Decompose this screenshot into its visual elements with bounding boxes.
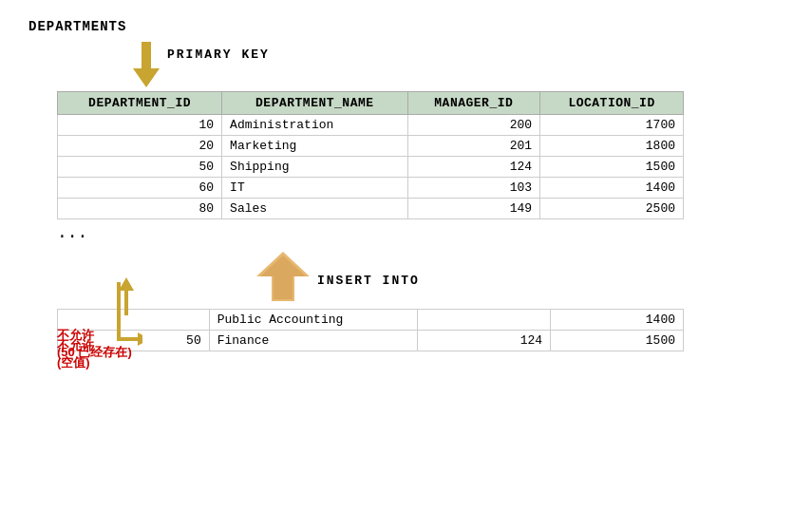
col-header-dept-name: DEPARTMENT_NAME: [222, 92, 407, 115]
table-row: 20 Marketing 201 1800: [58, 136, 684, 157]
insert-table: Public Accounting 1400 50 Finance 124 15…: [57, 309, 684, 351]
dept-name-cell: Administration: [222, 115, 407, 136]
dept-name-cell: Marketing: [222, 136, 407, 157]
location-id-cell: 1500: [540, 157, 684, 178]
dept-name-cell: Shipping: [222, 157, 407, 178]
table-row: 60 IT 103 1400: [58, 178, 684, 199]
svg-marker-4: [260, 256, 306, 299]
dept-id-cell: 10: [58, 115, 222, 136]
departments-title: DEPARTMENTS: [28, 19, 784, 34]
location-id-cell: 1700: [540, 115, 684, 136]
dept-id-cell: 80: [58, 199, 222, 219]
insert-location-id-cell: 1400: [551, 310, 684, 331]
dept-name-cell: IT: [222, 178, 407, 199]
insert-exists-arrow-icon: [117, 277, 136, 315]
location-id-cell: 1400: [540, 178, 684, 199]
ellipsis: ...: [57, 223, 784, 242]
table-row: 10 Administration 200 1700: [58, 115, 684, 136]
svg-marker-7: [119, 277, 134, 291]
location-id-cell: 1800: [540, 136, 684, 157]
insert-into-label: INSERT INTO: [317, 274, 420, 288]
insert-table-row: Public Accounting 1400: [58, 310, 684, 331]
pk-arrow-icon: [133, 42, 160, 87]
col-header-dept-id: DEPARTMENT_ID: [58, 92, 222, 115]
manager-id-cell: 103: [407, 178, 540, 199]
location-id-cell: 2500: [540, 199, 684, 219]
svg-marker-5: [138, 332, 142, 346]
col-header-manager-id: MANAGER_ID: [407, 92, 540, 115]
insert-arrow-icon: [256, 252, 310, 301]
manager-id-cell: 201: [407, 136, 540, 157]
insert-location-id-cell: 1500: [551, 331, 684, 351]
table-row: 50 Shipping 124 1500: [58, 157, 684, 178]
col-header-location-id: LOCATION_ID: [540, 92, 684, 115]
insert-manager-id-cell: 124: [418, 331, 551, 351]
annotation-not-allowed-exists: 不允许 (50 已经存在): [57, 327, 132, 361]
manager-id-cell: 124: [407, 157, 540, 178]
top-section: DEPARTMENTS PRIMARY KEY DEPARTMENT_ID DE…: [28, 19, 784, 242]
dept-name-cell: Sales: [222, 199, 407, 219]
pk-label: PRIMARY KEY: [167, 47, 270, 62]
table-row: 80 Sales 149 2500: [58, 199, 684, 219]
svg-marker-1: [133, 68, 160, 87]
insert-dept-name-cell: Finance: [209, 331, 418, 351]
dept-id-cell: 20: [58, 136, 222, 157]
svg-rect-0: [142, 42, 151, 68]
bottom-section: INSERT INTO 不允许 (空值) Public Accounting 1…: [28, 252, 784, 399]
dept-id-cell: 60: [58, 178, 222, 199]
departments-table: DEPARTMENT_ID DEPARTMENT_NAME MANAGER_ID…: [57, 91, 684, 219]
dept-id-cell: 50: [58, 157, 222, 178]
insert-manager-id-cell: [418, 310, 551, 331]
manager-id-cell: 149: [407, 199, 540, 219]
manager-id-cell: 200: [407, 115, 540, 136]
insert-table-row: 50 Finance 124 1500: [58, 331, 684, 351]
insert-dept-name-cell: Public Accounting: [209, 310, 418, 331]
